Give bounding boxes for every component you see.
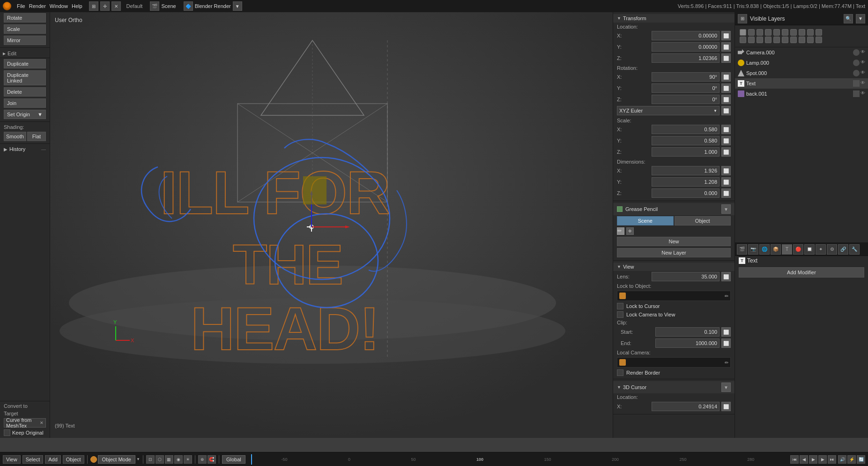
clip-end-copy[interactable]: ⬜: [721, 338, 731, 348]
scale-x-copy[interactable]: ⬜: [721, 125, 731, 134]
snap-icon[interactable]: 🧲: [208, 455, 216, 464]
dim-x-copy[interactable]: ⬜: [721, 166, 731, 175]
menu-window[interactable]: Window: [50, 3, 68, 9]
rot-x-copy[interactable]: ⬜: [721, 72, 731, 82]
object-menu-btn[interactable]: Object: [63, 455, 84, 464]
layer-2[interactable]: [748, 29, 755, 36]
scale-z-copy[interactable]: ⬜: [721, 147, 731, 157]
menu-help[interactable]: Help: [72, 3, 82, 9]
dim-y-field[interactable]: 1.208: [652, 177, 720, 187]
play-icon[interactable]: ▶: [809, 455, 817, 464]
prop-tab-physics[interactable]: ⚙: [827, 244, 837, 255]
global-btn[interactable]: Global: [222, 455, 245, 464]
spot-restrict-icon[interactable]: [853, 70, 860, 76]
lock-cursor-checkbox[interactable]: [617, 303, 623, 309]
duplicate-btn[interactable]: Duplicate: [4, 59, 46, 68]
material-icon[interactable]: ◉: [174, 455, 183, 464]
loc-y-copy[interactable]: ⬜: [721, 42, 731, 52]
lens-copy[interactable]: ⬜: [721, 272, 731, 281]
prop-tab-object[interactable]: 📦: [771, 244, 781, 255]
layer-9[interactable]: [807, 29, 814, 36]
wireframe-icon[interactable]: ⊡: [146, 455, 155, 464]
scale-y-field[interactable]: 0.580: [652, 136, 720, 145]
cursor-options-btn[interactable]: ▼: [721, 383, 731, 392]
layer-7[interactable]: [790, 29, 797, 36]
prop-tab-world[interactable]: 🌐: [759, 244, 770, 255]
text-restrict-icon[interactable]: [853, 80, 860, 87]
lens-field[interactable]: 35.000: [652, 272, 720, 281]
outliner-search-icon[interactable]: 🔍: [844, 14, 853, 23]
add-modifier-btn[interactable]: Add Modifier: [739, 267, 864, 278]
layout-btn[interactable]: ✛: [100, 1, 110, 11]
loop-icon[interactable]: 🔄: [857, 455, 865, 464]
texture-icon[interactable]: ▦: [165, 455, 173, 464]
text-eye-icon[interactable]: 👁: [861, 80, 865, 87]
rot-z-copy[interactable]: ⬜: [721, 95, 731, 104]
layer-6[interactable]: [782, 29, 788, 36]
loc-x-field[interactable]: 0.00000: [652, 31, 720, 40]
timeline-area[interactable]: -50 0 50 100 150 200 250 280: [251, 457, 785, 462]
sync-icon[interactable]: ⚡: [847, 455, 856, 464]
scale-btn[interactable]: Scale: [4, 24, 46, 34]
dim-y-copy[interactable]: ⬜: [721, 177, 731, 187]
layer-5[interactable]: [773, 29, 780, 36]
view-btn[interactable]: View: [3, 455, 21, 464]
rot-x-field[interactable]: 90°: [652, 72, 720, 82]
duplicate-linked-btn[interactable]: Duplicate Linked: [4, 70, 46, 85]
loc-x-copy[interactable]: ⬜: [721, 31, 731, 40]
back-eye-icon[interactable]: 👁: [861, 90, 865, 97]
dim-x-field[interactable]: 1.926: [652, 166, 720, 175]
solid-icon[interactable]: ⬡: [156, 455, 164, 464]
gp-enable-checkbox[interactable]: [617, 206, 623, 212]
close-layout-btn[interactable]: ✕: [111, 1, 121, 11]
cursor-x-copy[interactable]: ⬜: [721, 402, 731, 411]
scale-y-copy[interactable]: ⬜: [721, 136, 731, 145]
layer-8[interactable]: [799, 29, 805, 36]
gp-scene-btn[interactable]: Scene: [617, 216, 674, 225]
cursor-3d-header[interactable]: ▼ 3D Cursor ▼: [613, 381, 734, 393]
outliner-item-lamp[interactable]: Lamp.000 👁: [735, 58, 868, 68]
scale-z-field[interactable]: 1.000: [652, 147, 720, 157]
mode-selector[interactable]: Object Mode ▼: [90, 455, 140, 464]
local-cam-edit[interactable]: ✏: [725, 360, 728, 365]
back-restrict-icon[interactable]: [853, 90, 860, 97]
keep-original-checkbox[interactable]: [4, 429, 10, 436]
gp-object-btn[interactable]: Object: [675, 216, 731, 225]
flat-btn[interactable]: Flat: [27, 132, 46, 141]
view-header[interactable]: ▼ View: [613, 263, 734, 271]
curve-dropdown[interactable]: Curve from MeshTex ✕: [0, 417, 50, 428]
layer-4[interactable]: [765, 29, 772, 36]
camera-restrict-icon[interactable]: [853, 49, 860, 56]
layer-1[interactable]: [740, 29, 746, 36]
layer-13[interactable]: [757, 37, 763, 43]
gp-pencil-icon[interactable]: ✏: [617, 227, 624, 235]
mode-dropdown-arrow[interactable]: ▼: [136, 457, 140, 461]
layer-18[interactable]: [799, 37, 805, 43]
lamp-eye-icon[interactable]: 👁: [861, 60, 865, 66]
loc-y-field[interactable]: 0.00000: [652, 42, 720, 52]
outliner-item-spot[interactable]: Spot.000 👁: [735, 68, 868, 78]
skip-fwd-icon[interactable]: ⏭: [828, 455, 836, 464]
layer-3[interactable]: [757, 29, 763, 36]
skip-back-icon[interactable]: ⏮: [790, 455, 799, 464]
layer-16[interactable]: [782, 37, 788, 43]
history-section[interactable]: ▶ History —: [0, 145, 50, 153]
lock-camera-checkbox[interactable]: [617, 311, 623, 318]
rot-y-copy[interactable]: ⬜: [721, 83, 731, 93]
select-btn[interactable]: Select: [22, 455, 44, 464]
prop-tab-texture[interactable]: 🔲: [804, 244, 815, 255]
gp-new-layer-btn[interactable]: New Layer: [617, 248, 731, 257]
loc-z-copy[interactable]: ⬜: [721, 53, 731, 63]
prop-tab-particles[interactable]: ✦: [816, 244, 826, 255]
prop-tab-scene[interactable]: 🎬: [737, 244, 747, 255]
gp-plus-icon[interactable]: ✛: [626, 227, 634, 235]
grease-pencil-header[interactable]: Grease Pencil ▼: [613, 203, 734, 215]
rot-mode-dropdown[interactable]: XYZ Euler ▼: [617, 106, 720, 115]
audio-icon[interactable]: 🔊: [838, 455, 846, 464]
smooth-btn[interactable]: Smooth: [4, 132, 26, 141]
set-origin-dropdown[interactable]: Set Origin ▼: [4, 110, 46, 119]
layer-14[interactable]: [765, 37, 772, 43]
camera-eye-icon[interactable]: 👁: [861, 49, 865, 56]
clip-start-field[interactable]: 0.100: [655, 327, 720, 337]
layer-17[interactable]: [790, 37, 797, 43]
